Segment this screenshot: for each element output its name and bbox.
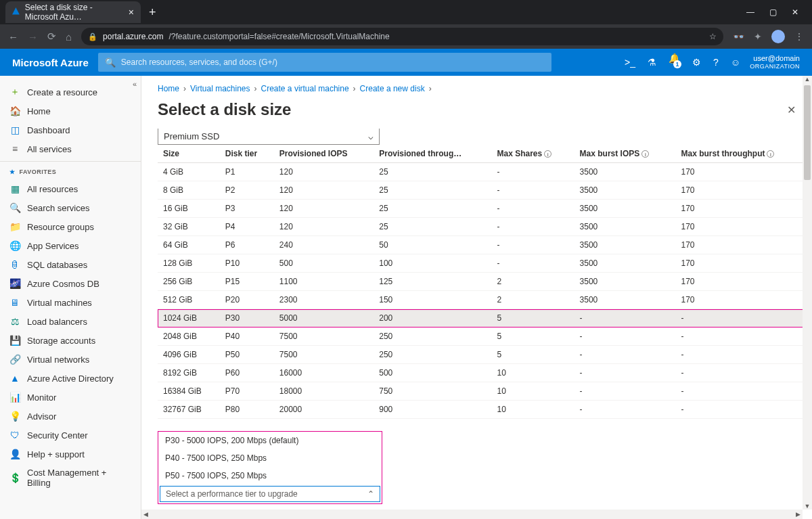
col-header[interactable]: Size (158, 145, 220, 163)
info-icon[interactable]: i (641, 150, 649, 158)
azure-top-bar: Microsoft Azure 🔍 >_ ⚗ 🔔1 ⚙ ? ☺ user@dom… (0, 49, 812, 76)
disk-type-dropdown[interactable]: Premium SSD ⌵ (158, 129, 380, 145)
browser-tab[interactable]: Select a disk size - Microsoft Azu… × (5, 1, 141, 23)
scroll-up-icon[interactable]: ▲ (803, 76, 812, 83)
sidebar-item-monitor[interactable]: 📊Monitor (0, 388, 141, 407)
sidebar-item-load-balancers[interactable]: ⚖Load balancers (0, 312, 141, 331)
sidebar-item-virtual-machines[interactable]: 🖥Virtual machines (0, 293, 141, 312)
back-icon[interactable]: ← (8, 31, 18, 43)
bookmark-icon[interactable]: ☆ (709, 32, 717, 41)
sidebar-item-sql-databases[interactable]: 🛢SQL databases (0, 255, 141, 274)
sidebar-item-azure-cosmos-db[interactable]: 🌌Azure Cosmos DB (0, 274, 141, 293)
cloud-shell-icon[interactable]: >_ (625, 57, 635, 68)
sidebar-item-resource-groups[interactable]: 📁Resource groups (0, 217, 141, 236)
scrollbar-thumb[interactable] (804, 85, 811, 180)
plus-icon: ＋ (9, 87, 20, 97)
breadcrumb-link[interactable]: Home (158, 84, 179, 93)
info-icon[interactable]: i (544, 150, 551, 158)
table-row[interactable]: 4096 GiBP5075002505-- (158, 346, 807, 364)
info-icon[interactable]: i (767, 150, 774, 158)
scroll-right-icon[interactable]: ▶ (794, 510, 803, 519)
sidebar-dashboard[interactable]: ◫Dashboard (0, 120, 141, 139)
perf-tier-option[interactable]: P40 - 7500 IOPS, 250 Mbps (158, 449, 382, 467)
col-header[interactable]: Max burst throughputi (675, 145, 807, 163)
table-row[interactable]: 8 GiBP212025-3500170 (158, 181, 807, 200)
sidebar-item-all-resources[interactable]: ▦All resources (0, 179, 141, 198)
breadcrumb-link[interactable]: Create a virtual machine (261, 84, 349, 93)
sidebar-item-app-services[interactable]: 🌐App Services (0, 236, 141, 255)
vertical-scrollbar[interactable]: ▲ ▼ (803, 76, 812, 510)
incognito-icon[interactable]: 👓 (733, 31, 744, 42)
tab-close-icon[interactable]: × (129, 7, 134, 18)
service-icon: ⚖ (9, 316, 20, 327)
col-header[interactable]: Provisioned IOPS (274, 145, 374, 163)
col-header[interactable]: Max burst IOPSi (574, 145, 676, 163)
table-row[interactable]: 64 GiBP624050-3500170 (158, 236, 807, 254)
new-tab-button[interactable]: + (149, 5, 156, 20)
sidebar-all-services[interactable]: ≡All services (0, 139, 141, 158)
table-row[interactable]: 4 GiBP112025-3500170 (158, 163, 807, 181)
sidebar-item-search-services[interactable]: 🔍Search services (0, 198, 141, 217)
perf-placeholder: Select a performance tier to upgrade (166, 489, 298, 499)
table-row[interactable]: 8192 GiBP601600050010-- (158, 364, 807, 382)
close-window-icon[interactable]: ✕ (792, 7, 798, 17)
browser-menu-icon[interactable]: ⋮ (794, 31, 804, 42)
user-menu[interactable]: user@domain ORGANIZATION (750, 54, 800, 70)
notifications-icon[interactable]: 🔔1 (669, 53, 680, 72)
feedback-icon[interactable]: ☺ (731, 57, 740, 68)
tab-title: Select a disk size - Microsoft Azu… (25, 3, 123, 22)
page-title: Select a disk size (158, 100, 291, 119)
forward-icon[interactable]: → (28, 31, 38, 43)
blade-close-icon[interactable]: ✕ (787, 104, 796, 116)
minimize-icon[interactable]: ― (746, 7, 754, 17)
breadcrumb-link[interactable]: Create a new disk (360, 84, 425, 93)
sidebar-item-help-support[interactable]: 👤Help + support (0, 445, 141, 464)
global-search[interactable]: 🔍 (98, 53, 551, 72)
sidebar-item-azure-active-directory[interactable]: ▲Azure Active Directory (0, 369, 141, 388)
help-icon[interactable]: ? (713, 57, 719, 68)
scroll-down-icon[interactable]: ▼ (803, 503, 812, 510)
disk-size-table: SizeDisk tierProvisioned IOPSProvisioned… (158, 145, 807, 419)
performance-tier-dropdown[interactable]: P30 - 5000 IOPS, 200 Mbps (default)P40 -… (158, 431, 382, 504)
extensions-icon[interactable]: ✦ (754, 31, 762, 42)
sidebar-item-cost-management-billing[interactable]: 💲Cost Management + Billing (0, 464, 141, 492)
service-icon: 👤 (9, 449, 20, 459)
sidebar-item-advisor[interactable]: 💡Advisor (0, 407, 141, 426)
url-input[interactable]: 🔒 portal.azure.com/?feature.customportal… (81, 28, 723, 45)
search-input[interactable] (121, 58, 545, 67)
table-row[interactable]: 512 GiBP20230015023500170 (158, 291, 807, 309)
col-header[interactable]: Disk tier (220, 145, 274, 163)
table-row[interactable]: 2048 GiBP4075002505-- (158, 328, 807, 346)
home-icon[interactable]: ⌂ (66, 31, 72, 43)
breadcrumb-link[interactable]: Virtual machines (190, 84, 250, 93)
sidebar-item-storage-accounts[interactable]: 💾Storage accounts (0, 331, 141, 350)
profile-avatar[interactable] (771, 30, 785, 43)
table-row[interactable]: 32767 GiBP802000090010-- (158, 401, 807, 419)
perf-tier-option[interactable]: P50 - 7500 IOPS, 250 Mbps (158, 467, 382, 484)
directory-filter-icon[interactable]: ⚗ (648, 57, 656, 68)
sidebar-collapse-icon[interactable]: « (133, 80, 137, 88)
sidebar-create-resource[interactable]: ＋Create a resource (0, 83, 141, 101)
perf-tier-option[interactable]: P30 - 5000 IOPS, 200 Mbps (default) (158, 432, 382, 449)
service-icon: ▦ (9, 183, 20, 194)
maximize-icon[interactable]: ▢ (769, 7, 777, 17)
table-row[interactable]: 1024 GiBP3050002005-- (158, 309, 807, 328)
settings-icon[interactable]: ⚙ (692, 57, 701, 68)
table-row[interactable]: 16384 GiBP701800075010-- (158, 382, 807, 401)
azure-logo[interactable]: Microsoft Azure (12, 57, 89, 68)
scroll-left-icon[interactable]: ◀ (141, 510, 150, 519)
service-icon: 💾 (9, 335, 20, 346)
table-row[interactable]: 16 GiBP312025-3500170 (158, 200, 807, 218)
reload-icon[interactable]: ⟳ (47, 30, 56, 43)
horizontal-scrollbar[interactable]: ◀ ▶ (141, 510, 803, 519)
sidebar-item-security-center[interactable]: 🛡Security Center (0, 426, 141, 445)
performance-tier-select[interactable]: Select a performance tier to upgrade ⌃ (160, 486, 380, 502)
sidebar-home[interactable]: 🏠Home (0, 101, 141, 120)
table-row[interactable]: 128 GiBP10500100-3500170 (158, 254, 807, 273)
table-row[interactable]: 256 GiBP15110012523500170 (158, 273, 807, 291)
col-header[interactable]: Max Sharesi (491, 145, 574, 163)
sidebar-item-virtual-networks[interactable]: 🔗Virtual networks (0, 350, 141, 369)
table-row[interactable]: 32 GiBP412025-3500170 (158, 218, 807, 236)
col-header[interactable]: Provisioned throug… (374, 145, 491, 163)
address-bar: ← → ⟳ ⌂ 🔒 portal.azure.com/?feature.cust… (0, 24, 812, 49)
